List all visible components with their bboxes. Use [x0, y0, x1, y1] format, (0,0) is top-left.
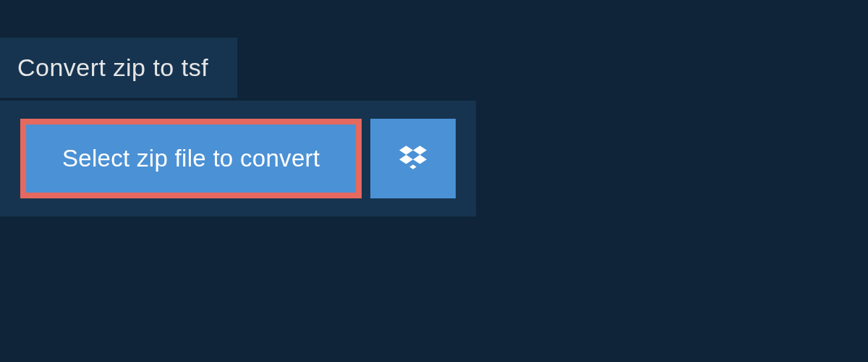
dropbox-icon	[399, 143, 427, 174]
select-file-label: Select zip file to convert	[62, 145, 320, 172]
page-title: Convert zip to tsf	[17, 54, 208, 82]
tab-header: Convert zip to tsf	[0, 38, 237, 98]
select-file-button[interactable]: Select zip file to convert	[20, 119, 362, 198]
conversion-panel: Select zip file to convert	[0, 101, 476, 216]
dropbox-button[interactable]	[370, 119, 456, 198]
